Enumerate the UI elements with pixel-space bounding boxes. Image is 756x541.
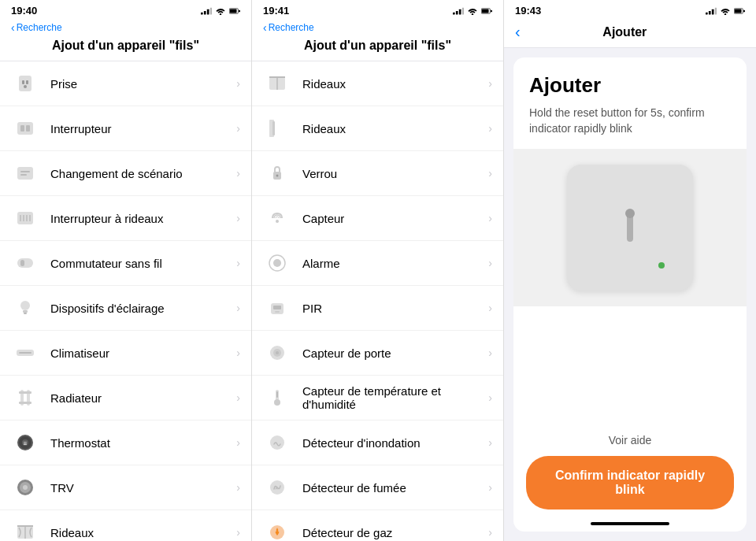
label-scenario: Changement de scénario: [50, 167, 236, 180]
battery-icon-2: [481, 7, 492, 15]
list-item-interrupteur[interactable]: Interrupteur ›: [0, 106, 251, 151]
icon-capteur: [263, 204, 291, 232]
back-label-1: Recherche: [17, 22, 62, 33]
svg-rect-26: [24, 313, 27, 314]
svg-rect-13: [26, 125, 30, 132]
chevron-p2-1: ›: [488, 122, 492, 135]
svg-rect-6: [239, 9, 240, 12]
list-item-climatiseur[interactable]: Climatiseur ›: [0, 331, 251, 376]
list-item-interrupteur-rideaux[interactable]: Interrupteur à rideaux ›: [0, 196, 251, 241]
icon-interrupteur-rideaux: [11, 204, 39, 232]
label-capteur-porte: Capteur de porte: [302, 346, 488, 360]
back-button-3[interactable]: ‹: [515, 23, 521, 41]
back-nav-1[interactable]: ‹ Recherche: [0, 20, 251, 34]
list-item-capteur-porte[interactable]: Capteur de porte ›: [252, 331, 503, 376]
chevron-prise: ›: [236, 77, 240, 90]
svg-point-39: [23, 485, 28, 490]
icon-detecteur-fumee: [263, 473, 291, 502]
list-item-rideaux-p2[interactable]: Rideaux ›: [252, 61, 503, 106]
chevron-p2-8: ›: [488, 436, 492, 449]
svg-rect-16: [20, 174, 27, 176]
icon-rideaux2-p2: [263, 114, 291, 143]
list-item-thermostat[interactable]: ≡ Thermostat ›: [0, 421, 251, 465]
list-item-detecteur-gaz[interactable]: Détecteur de gaz ›: [252, 510, 503, 541]
svg-rect-71: [276, 391, 278, 398]
chevron-scenario: ›: [236, 167, 240, 180]
signal-icon-2: [453, 7, 464, 15]
svg-rect-15: [20, 171, 30, 172]
icon-rideaux1: [11, 518, 39, 541]
chevron-p2-6: ›: [488, 346, 492, 359]
list-item-pir[interactable]: PIR ›: [252, 286, 503, 331]
svg-rect-49: [462, 7, 464, 14]
chevron-p2-5: ›: [488, 302, 492, 314]
svg-rect-2: [207, 9, 209, 14]
label-pir: PIR: [302, 302, 488, 315]
list-item-detecteur-inondation[interactable]: Détecteur d'inondation ›: [252, 421, 503, 465]
icon-verrou: [263, 159, 291, 187]
list-item-scenario[interactable]: Changement de scénario ›: [0, 151, 251, 196]
svg-rect-28: [19, 352, 32, 354]
svg-text:≡: ≡: [24, 440, 28, 447]
list-item-detecteur-fumee[interactable]: Détecteur de fumée ›: [252, 465, 503, 510]
svg-rect-78: [709, 11, 711, 14]
svg-rect-9: [26, 80, 28, 84]
icon-interrupteur: [11, 114, 39, 143]
chevron-p2-10: ›: [488, 526, 492, 539]
panel-1: 19:40 ‹ Recherche Ajout d'un appareil "f…: [0, 0, 252, 541]
list-item-capteur-temp[interactable]: Capteur de température et d'humidité ›: [252, 376, 503, 421]
chevron-radiateur: ›: [236, 391, 240, 404]
svg-point-24: [20, 301, 30, 310]
icon-rideaux-p2: [263, 69, 291, 98]
list-item-prise[interactable]: Prise ›: [0, 61, 251, 106]
svg-rect-46: [453, 12, 455, 14]
voir-aide[interactable]: Voir aide: [513, 428, 747, 456]
list-item-rideaux1[interactable]: Rideaux ›: [0, 510, 251, 541]
svg-rect-11: [17, 122, 33, 135]
list-item-radiateur[interactable]: Radiateur ›: [0, 376, 251, 421]
status-bar-2: 19:41: [252, 0, 503, 20]
svg-rect-80: [715, 7, 717, 14]
list-item-commutateur[interactable]: Commutateur sans fil ›: [0, 241, 251, 286]
wifi-icon: [215, 7, 226, 15]
svg-rect-14: [17, 167, 33, 180]
label-thermostat: Thermostat: [50, 436, 236, 450]
icon-climatiseur: [11, 339, 39, 367]
svg-rect-82: [735, 9, 742, 13]
label-verrou: Verrou: [302, 167, 488, 180]
list-item-trv[interactable]: TRV ›: [0, 465, 251, 510]
svg-point-59: [276, 175, 279, 177]
svg-rect-25: [23, 310, 28, 313]
label-detecteur-gaz: Détecteur de gaz: [302, 526, 488, 539]
back-nav-2[interactable]: ‹ Recherche: [252, 20, 503, 34]
svg-rect-22: [17, 258, 33, 268]
page-header-row-3: ‹ Ajouter: [504, 20, 756, 48]
icon-detecteur-gaz: [263, 518, 291, 541]
icon-capteur-porte: [263, 339, 291, 367]
svg-rect-7: [19, 76, 32, 91]
icon-prise: [11, 69, 39, 98]
list-item-verrou[interactable]: Verrou ›: [252, 151, 503, 196]
list-item-capteur[interactable]: Capteur ›: [252, 196, 503, 241]
list-item-rideaux2-p2[interactable]: Rideaux ›: [252, 106, 503, 151]
back-chevron-2: ‹: [263, 21, 267, 34]
panel-2: 19:41 ‹ Recherche Ajout d'un appareil "f…: [252, 0, 504, 541]
add-card: Ajouter Hold the reset button for 5s, co…: [513, 57, 747, 532]
chevron-p2-3: ›: [488, 212, 492, 224]
list-item-eclairage[interactable]: Dispositifs d'éclairage ›: [0, 286, 251, 331]
label-rideaux1: Rideaux: [50, 526, 236, 539]
list-item-alarme[interactable]: Alarme ›: [252, 241, 503, 286]
icon-radiateur: [11, 384, 39, 412]
svg-point-62: [273, 259, 281, 267]
label-eclairage: Dispositifs d'éclairage: [50, 302, 236, 315]
label-interrupteur: Interrupteur: [50, 122, 236, 135]
svg-point-72: [270, 435, 284, 450]
status-icons-1: [201, 7, 240, 15]
confirm-button[interactable]: Confirm indicator rapidly blink: [526, 456, 734, 510]
page-header-1: Ajout d'un appareil "fils": [0, 34, 251, 61]
svg-rect-83: [743, 9, 745, 12]
svg-rect-5: [230, 9, 237, 13]
svg-rect-23: [20, 260, 24, 266]
page-header-2: Ajout d'un appareil "fils": [252, 34, 503, 61]
status-time-2: 19:41: [263, 5, 289, 17]
